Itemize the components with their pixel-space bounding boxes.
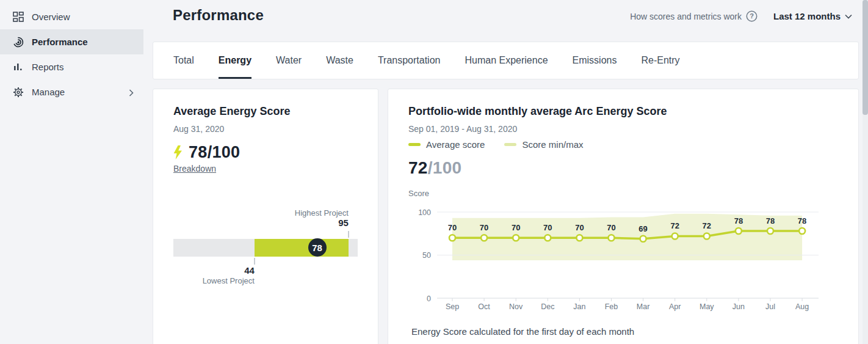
x-tick-label: Dec — [541, 302, 554, 311]
scrollbar-thumb[interactable] — [863, 0, 868, 115]
data-point[interactable] — [767, 228, 773, 234]
tab-emissions[interactable]: Emissions — [573, 42, 617, 79]
chevron-down-icon — [845, 14, 852, 19]
card-title: Average Energy Score — [173, 105, 290, 118]
x-tick-label: Feb — [605, 302, 618, 311]
gauge-average-badge: 78 — [308, 238, 327, 257]
gauge-highest-label: Highest Project — [295, 208, 349, 218]
data-point[interactable] — [481, 235, 487, 241]
sidebar-item-reports[interactable]: Reports — [0, 54, 143, 79]
data-point-label: 70 — [575, 223, 584, 232]
y-tick-label: 0 — [427, 295, 431, 303]
data-point[interactable] — [640, 236, 646, 242]
legend-item-average-score: Average score — [408, 139, 485, 150]
card-date: Aug 31, 2020 — [173, 124, 224, 134]
gauge-track — [173, 239, 358, 257]
legend-label: Average score — [426, 139, 485, 150]
tab-waste[interactable]: Waste — [326, 42, 353, 79]
sidebar-item-label: Performance — [32, 37, 88, 47]
gauge-highest-tick — [348, 231, 349, 238]
gauge-lowest-value: 44 — [244, 265, 255, 276]
sidebar-item-manage[interactable]: Manage — [0, 79, 143, 104]
x-tick-label: Aug — [795, 302, 809, 311]
tabs-bar: TotalEnergyWaterWasteTransportationHuman… — [153, 42, 859, 79]
tab-total[interactable]: Total — [173, 42, 194, 79]
x-tick-label: Jun — [732, 302, 745, 311]
data-point[interactable] — [576, 235, 582, 241]
arc-logo-icon — [13, 37, 24, 48]
average-score-value: 78/100 — [189, 143, 240, 162]
data-point[interactable] — [544, 235, 551, 241]
data-point-label: 70 — [480, 223, 488, 232]
card-title: Portfolio-wide monthly average Arc Energ… — [408, 105, 667, 118]
score-row: 78/100 — [173, 143, 240, 162]
y-tick-label: 50 — [422, 251, 431, 260]
tab-transportation[interactable]: Transportation — [378, 42, 441, 79]
card-date-range: Sep 01, 2019 - Aug 31, 2020 — [408, 124, 517, 134]
sidebar-item-overview[interactable]: Overview — [0, 4, 143, 29]
lightning-bolt-icon — [173, 145, 183, 160]
gauge-highest-value: 95 — [338, 218, 349, 228]
tab-re-entry[interactable]: Re-Entry — [641, 42, 679, 79]
legend-item-score-min-max: Score min/max — [504, 139, 583, 150]
sidebar-item-performance[interactable]: Performance — [0, 29, 143, 54]
data-point-label: 78 — [734, 216, 743, 225]
x-tick-label: Apr — [669, 302, 681, 311]
header-actions: How scores and metrics work ? Last 12 mo… — [630, 10, 852, 22]
x-tick-label: Oct — [478, 302, 490, 311]
score-gauge: Highest Project 95 78 44 Lowest Project — [173, 208, 358, 288]
data-point-label: 78 — [766, 216, 775, 225]
x-tick-label: Jan — [573, 302, 585, 311]
sidebar-item-label: Manage — [32, 87, 65, 97]
portfolio-score: 72/100 — [408, 158, 461, 178]
legend-swatch — [504, 143, 516, 146]
average-score-card: Average Energy Score Aug 31, 2020 78/100… — [153, 89, 378, 344]
data-point-label: 70 — [607, 223, 615, 232]
help-link-label: How scores and metrics work — [630, 12, 742, 21]
data-point-label: 69 — [638, 224, 647, 233]
tab-water[interactable]: Water — [276, 42, 302, 79]
data-point-label: 78 — [798, 216, 806, 225]
sidebar-item-label: Overview — [32, 12, 70, 22]
data-point-label: 72 — [703, 221, 711, 230]
svg-text:?: ? — [750, 12, 754, 20]
date-range-label: Last 12 months — [773, 11, 841, 21]
data-point[interactable] — [736, 228, 742, 234]
sidebar-item-label: Reports — [32, 62, 64, 72]
portfolio-score-value: 72 — [408, 158, 428, 177]
monthly-chart-card: Portfolio-wide monthly average Arc Energ… — [388, 89, 859, 344]
gauge-lowest-label: Lowest Project — [203, 276, 255, 285]
legend-label: Score min/max — [522, 139, 583, 150]
chart-legend: Average scoreScore min/max — [408, 139, 583, 150]
data-point[interactable] — [799, 228, 805, 234]
data-point[interactable] — [672, 233, 678, 239]
breakdown-link[interactable]: Breakdown — [173, 164, 216, 174]
legend-swatch — [408, 143, 421, 146]
data-point[interactable] — [449, 235, 455, 241]
x-tick-label: Sep — [446, 302, 459, 311]
data-point[interactable] — [704, 233, 710, 239]
portfolio-score-max: /100 — [428, 158, 462, 177]
grid-icon — [13, 12, 24, 23]
page-title: Performance — [173, 7, 264, 24]
sidebar: OverviewPerformanceReportsManage — [0, 0, 143, 344]
y-axis-title: Score — [408, 189, 429, 198]
scrollbar[interactable] — [863, 0, 868, 344]
data-point-label: 70 — [448, 223, 457, 232]
tab-energy[interactable]: Energy — [219, 42, 251, 79]
data-point[interactable] — [513, 235, 519, 241]
tab-human-experience[interactable]: Human Experience — [465, 42, 548, 79]
question-circle-icon: ? — [746, 10, 758, 22]
x-tick-label: Jul — [765, 302, 775, 311]
data-point[interactable] — [609, 235, 615, 241]
chevron-right-icon — [129, 88, 134, 99]
chart-footnote: Energy Score calculated for the first da… — [411, 326, 634, 337]
help-link[interactable]: How scores and metrics work ? — [630, 10, 758, 22]
gear-icon — [13, 87, 24, 98]
app-root: OverviewPerformanceReportsManage Perform… — [0, 0, 868, 344]
gauge-range-fill — [255, 239, 349, 257]
data-point-label: 70 — [543, 223, 552, 232]
date-range-dropdown[interactable]: Last 12 months — [773, 11, 852, 21]
y-tick-label: 100 — [418, 208, 431, 217]
data-point-label: 70 — [512, 223, 520, 232]
